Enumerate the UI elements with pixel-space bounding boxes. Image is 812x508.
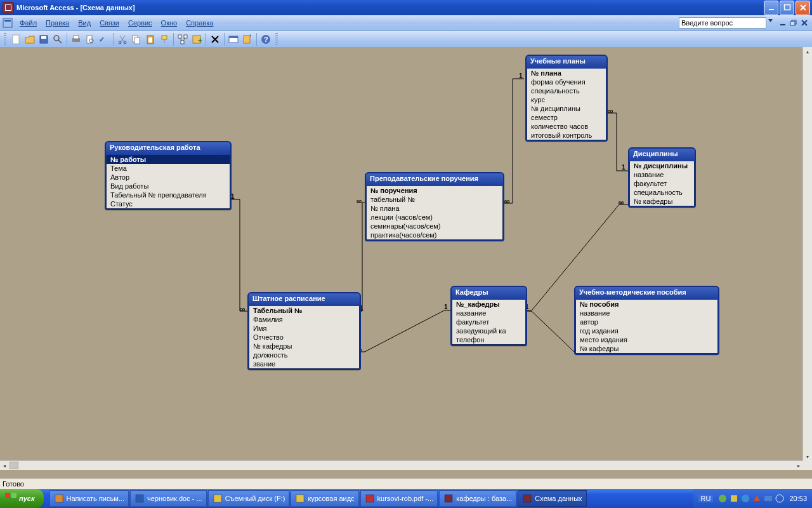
field[interactable]: год издания <box>576 326 717 335</box>
scroll-thumb[interactable] <box>10 462 18 469</box>
field[interactable]: Отчество <box>249 333 359 342</box>
relationships-canvas[interactable]: 1∞ 1∞ ∞1 1∞ ∞ ∞1 ∞1 Руководительская раб… <box>0 47 803 461</box>
field[interactable]: место издания <box>576 335 717 344</box>
menu-view[interactable]: Вид <box>74 19 95 27</box>
tray-icon[interactable] <box>717 493 728 504</box>
field[interactable]: семестр <box>527 113 606 122</box>
entity-departments[interactable]: Кафедры №_кафедры название факультет зав… <box>450 286 527 346</box>
field[interactable]: форма обучения <box>527 77 606 86</box>
field[interactable]: итоговый контроль <box>527 131 606 140</box>
relationships-icon[interactable] <box>176 32 190 46</box>
tray-icon[interactable] <box>775 493 785 504</box>
tray-icon[interactable] <box>740 493 750 504</box>
field[interactable]: № поручения <box>367 186 502 195</box>
field[interactable]: звание <box>249 359 359 368</box>
clock[interactable]: 20:53 <box>789 495 807 502</box>
format-painter-icon[interactable] <box>157 32 171 46</box>
field[interactable]: название <box>630 170 694 179</box>
entity-title[interactable]: Учебные планы <box>527 56 606 69</box>
entity-title[interactable]: Руководительская работа <box>106 142 230 155</box>
taskbar-item[interactable]: кафедры : база... <box>439 490 516 507</box>
menu-window[interactable]: Окно <box>157 19 182 27</box>
entity-supervisory-work[interactable]: Руководительская работа № работы Тема Ав… <box>105 141 232 210</box>
scroll-right-icon[interactable]: ▸ <box>794 461 803 470</box>
entity-title[interactable]: Преподавательские поручения <box>366 173 503 186</box>
horizontal-scrollbar[interactable]: ◂ ▸ <box>0 460 803 470</box>
mdi-restore-icon[interactable] <box>790 19 799 27</box>
field[interactable]: № плана <box>367 204 502 213</box>
tray-icon[interactable] <box>752 493 762 504</box>
entity-title[interactable]: Учебно-методические пособия <box>575 287 718 300</box>
field[interactable]: Автор <box>107 173 230 182</box>
entity-teaching-materials[interactable]: Учебно-методические пособия № пособия на… <box>574 286 719 355</box>
field[interactable]: лекции (часов/сем) <box>367 213 502 222</box>
taskbar-item[interactable]: Написать письм... <box>49 490 129 507</box>
field[interactable]: № плана <box>527 69 606 77</box>
field[interactable]: автор <box>576 318 717 326</box>
copy-icon[interactable] <box>129 32 143 46</box>
field[interactable]: специальность <box>527 86 606 95</box>
field[interactable]: заведующий ка <box>452 326 525 335</box>
print-preview-icon[interactable] <box>83 32 97 46</box>
vertical-scrollbar[interactable]: ▴ ▾ <box>802 47 812 461</box>
entity-teaching-assignments[interactable]: Преподавательские поручения № поручения … <box>365 172 504 241</box>
field[interactable]: № кафедры <box>249 342 359 351</box>
menu-help[interactable]: Справка <box>181 19 218 27</box>
scroll-up-icon[interactable]: ▴ <box>803 47 812 56</box>
field[interactable]: № кафедры <box>576 344 717 353</box>
taskbar-item[interactable]: kursovi-rob.pdf -... <box>360 490 438 507</box>
language-indicator[interactable]: RU <box>698 495 714 502</box>
field[interactable]: название <box>576 309 717 318</box>
field[interactable]: Статус <box>107 199 230 208</box>
entity-title[interactable]: Кафедры <box>452 287 526 300</box>
help-dropdown-icon[interactable] <box>768 19 777 27</box>
taskbar-item[interactable]: черновик.doc - ... <box>130 490 207 507</box>
new-object-icon[interactable] <box>240 32 254 46</box>
maximize-button[interactable] <box>780 1 794 15</box>
field[interactable]: название <box>452 309 525 318</box>
entity-staff-schedule[interactable]: Штатное расписание Табельный № Фамилия И… <box>247 292 361 370</box>
field[interactable]: № работы <box>107 155 230 164</box>
field[interactable]: № дисциплины <box>630 161 694 170</box>
minimize-button[interactable] <box>764 1 778 15</box>
entity-disciplines[interactable]: Дисциплины № дисциплины название факульт… <box>628 147 696 208</box>
system-tray[interactable]: RU 20:53 <box>693 489 812 508</box>
open-icon[interactable] <box>23 32 37 46</box>
menu-edit[interactable]: Правка <box>41 19 74 27</box>
field[interactable]: телефон <box>452 335 525 344</box>
field[interactable]: № дисциплины <box>527 104 606 113</box>
database-window-icon[interactable] <box>226 32 240 46</box>
field[interactable]: количество часов <box>527 122 606 131</box>
close-button[interactable] <box>796 1 810 15</box>
menu-relations[interactable]: Связи <box>95 19 124 27</box>
mdi-minimize-icon[interactable] <box>779 19 788 27</box>
field[interactable]: Табельный № <box>249 306 359 315</box>
print-icon[interactable] <box>69 32 83 46</box>
menu-tools[interactable]: Сервис <box>124 19 157 27</box>
toolbar-grip[interactable] <box>4 33 6 46</box>
tray-icon[interactable] <box>763 493 773 504</box>
start-button[interactable]: пуск <box>0 489 44 508</box>
field[interactable]: Имя <box>249 324 359 333</box>
delete-icon[interactable] <box>208 32 222 46</box>
taskbar-item[interactable]: Схема данных <box>518 490 586 507</box>
tray-icon[interactable] <box>729 493 739 504</box>
field[interactable]: №_кафедры <box>452 300 525 309</box>
mdi-close-icon[interactable] <box>801 19 809 27</box>
taskbar-item[interactable]: Съемный диск (F:) <box>208 490 290 507</box>
field[interactable]: Тема <box>107 164 230 173</box>
paste-icon[interactable] <box>143 32 157 46</box>
help-icon[interactable]: ? <box>259 32 273 46</box>
entity-title[interactable]: Штатное расписание <box>249 293 360 306</box>
cut-icon[interactable] <box>115 32 129 46</box>
entity-study-plans[interactable]: Учебные планы № плана форма обучения спе… <box>525 55 608 142</box>
toolbar-grip-end[interactable] <box>275 33 278 46</box>
field[interactable]: курс <box>527 95 606 104</box>
field[interactable]: табельный № <box>367 195 502 204</box>
field[interactable]: № пособия <box>576 300 717 309</box>
field[interactable]: Табельный № преподавателя <box>107 190 230 199</box>
new-icon[interactable] <box>9 32 23 46</box>
scroll-left-icon[interactable]: ◂ <box>0 461 9 470</box>
field[interactable]: специальность <box>630 188 694 197</box>
search-icon[interactable] <box>51 32 65 46</box>
